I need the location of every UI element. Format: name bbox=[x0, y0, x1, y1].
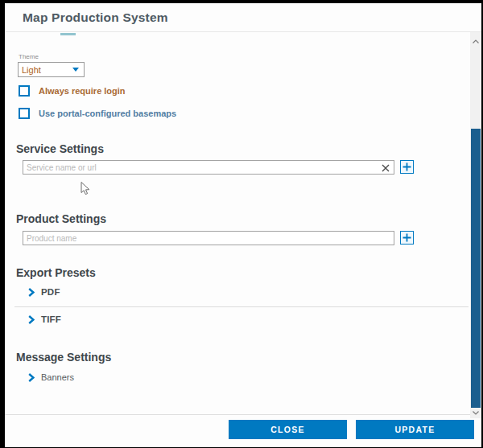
update-button[interactable]: UPDATE bbox=[356, 420, 474, 439]
add-service-button[interactable] bbox=[400, 160, 414, 174]
dialog-title: Map Production System bbox=[23, 10, 168, 25]
banners-label: Banners bbox=[41, 372, 74, 382]
footer-divider bbox=[5, 414, 481, 415]
banners-expander[interactable]: Banners bbox=[28, 372, 74, 382]
theme-selected-value: Light bbox=[22, 65, 41, 75]
export-presets-heading: Export Presets bbox=[16, 266, 96, 279]
close-button[interactable]: CLOSE bbox=[229, 420, 347, 439]
service-name-input[interactable] bbox=[23, 160, 394, 175]
message-settings-heading: Message Settings bbox=[16, 351, 111, 364]
scrollbar-thumb[interactable] bbox=[471, 129, 481, 408]
chevron-down-icon bbox=[72, 68, 79, 72]
pdf-preset-label: PDF bbox=[41, 287, 60, 297]
export-preset-tiff-expander[interactable]: TIFF bbox=[28, 314, 61, 324]
always-require-login-checkbox[interactable] bbox=[19, 85, 30, 97]
portal-basemaps-label[interactable]: Use portal-configured basemaps bbox=[39, 109, 176, 118]
service-settings-heading: Service Settings bbox=[16, 142, 104, 155]
export-preset-pdf-expander[interactable]: PDF bbox=[28, 287, 60, 297]
portal-basemaps-checkbox[interactable] bbox=[19, 108, 30, 119]
theme-dropdown[interactable]: Light bbox=[18, 62, 85, 77]
chevron-down-icon bbox=[473, 411, 479, 415]
theme-field-label: Theme bbox=[19, 53, 39, 60]
product-name-input[interactable] bbox=[23, 231, 394, 245]
add-product-button[interactable] bbox=[400, 231, 414, 245]
checkbox-row-portal-basemaps[interactable]: Use portal-configured basemaps bbox=[19, 108, 176, 119]
scrollbar-down-button[interactable] bbox=[470, 407, 481, 418]
chevron-right-icon bbox=[28, 315, 35, 324]
chevron-right-icon bbox=[28, 288, 35, 297]
product-settings-heading: Product Settings bbox=[16, 212, 106, 225]
header-divider bbox=[5, 31, 481, 32]
mouse-cursor-icon bbox=[80, 182, 90, 199]
always-require-login-label[interactable]: Always require login bbox=[39, 86, 126, 96]
clear-service-input-button[interactable] bbox=[380, 162, 390, 173]
screen: Map Production System Theme Light Always… bbox=[0, 0, 483, 448]
tiff-preset-label: TIFF bbox=[41, 314, 61, 324]
scrollbar-up-button[interactable] bbox=[470, 35, 481, 47]
chevron-up-icon bbox=[473, 39, 479, 43]
preset-row-divider bbox=[14, 306, 469, 307]
plus-icon bbox=[402, 233, 411, 242]
plus-icon bbox=[402, 162, 411, 171]
checkbox-row-require-login[interactable]: Always require login bbox=[19, 85, 126, 97]
scrolled-content-fragment bbox=[60, 33, 76, 35]
x-icon bbox=[382, 164, 390, 172]
chevron-right-icon bbox=[28, 373, 35, 382]
